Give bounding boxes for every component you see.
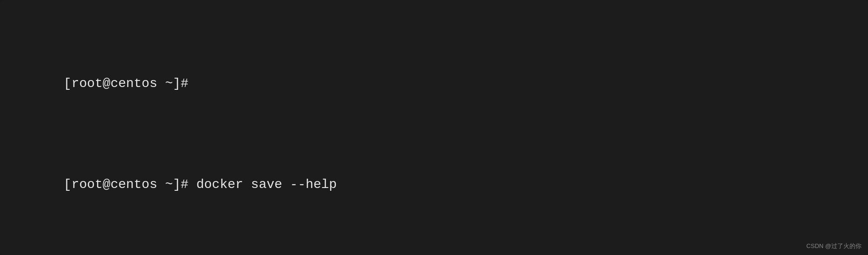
watermark: CSDN @过了火的你 xyxy=(806,242,861,250)
terminal-line-2: [root@centos ~]# docker save --help xyxy=(17,154,851,215)
terminal-line-1: [root@centos ~]# xyxy=(17,54,851,114)
command-line: [root@centos ~]# docker save --help xyxy=(64,177,337,192)
terminal-content: [root@centos ~]# [root@centos ~]# docker… xyxy=(17,13,851,255)
terminal-window: [root@centos ~]# [root@centos ~]# docker… xyxy=(0,0,868,255)
prompt-1: [root@centos ~]# xyxy=(64,76,189,91)
